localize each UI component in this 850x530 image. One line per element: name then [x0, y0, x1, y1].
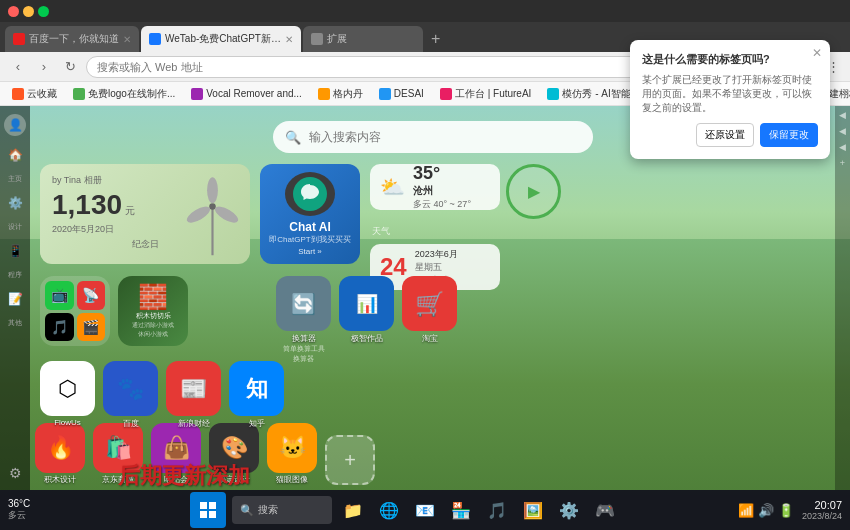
sidebar-label-other: 其他 — [8, 318, 22, 328]
taskbar-photos[interactable]: 🖼️ — [518, 495, 548, 525]
edge-btn-2[interactable]: ◀ — [839, 126, 846, 136]
browser-tab-1[interactable]: 百度一下，你就知道 ✕ — [5, 26, 139, 52]
baidu-app[interactable]: 🐾 百度 — [103, 361, 158, 429]
sidebar-settings[interactable]: ⚙ — [9, 464, 22, 482]
bookmark-favicon — [547, 88, 559, 100]
minecraft-title: 积木切切乐 — [133, 311, 174, 321]
promo-overlay: 后期更新深加 315999653 — [118, 461, 250, 490]
bookmark-label: DESAI — [394, 88, 424, 99]
new-tab-button[interactable]: + — [425, 26, 446, 52]
minimize-button[interactable] — [23, 6, 34, 17]
sidebar-item-other[interactable]: 📝 — [4, 288, 26, 310]
back-button[interactable]: ‹ — [8, 57, 28, 77]
tab-close-1[interactable]: ✕ — [123, 34, 131, 45]
search-icon: 🔍 — [285, 130, 301, 145]
bookmark-favicon — [318, 88, 330, 100]
edge-btn-3[interactable]: ◀ — [839, 142, 846, 152]
minecraft-card-wrapper[interactable]: 🧱 积木切切乐 通过消除小游戏 休闲小游戏 — [118, 276, 188, 364]
browser-tab-3[interactable]: 扩展 — [303, 26, 423, 52]
app-group-iqiyi[interactable]: 📺 📡 🎵 🎬 — [40, 276, 110, 364]
bookmark-vocal[interactable]: Vocal Remover and... — [187, 86, 306, 102]
taskbar-search-bar[interactable]: 🔍 搜索 — [232, 496, 332, 524]
chatgpt-subtitle: 即ChatGPT到我买买买 — [269, 234, 350, 245]
search-input[interactable] — [309, 130, 581, 144]
minecraft-card: 🧱 积木切切乐 通过消除小游戏 休闲小游戏 — [118, 276, 188, 346]
edge-btn-1[interactable]: ◀ — [839, 110, 846, 120]
bookmark-geineidan[interactable]: 格内丹 — [314, 85, 367, 103]
sidebar-avatar[interactable]: 👤 — [4, 114, 26, 136]
maximize-button[interactable] — [38, 6, 49, 17]
sidebar-label-home: 主页 — [8, 174, 22, 184]
metadots-icon: 📊 — [339, 276, 394, 331]
switcher-sublabel: 简单换算工具 — [276, 344, 331, 354]
bookmark-label: 免费logo在线制作... — [88, 87, 175, 101]
start-button[interactable] — [190, 492, 226, 528]
taskbar-game[interactable]: 🎮 — [590, 495, 620, 525]
taskbar-search-text: 搜索 — [258, 503, 278, 517]
taskbar-store[interactable]: 🏪 — [446, 495, 476, 525]
taskbar-settings-pin[interactable]: ⚙️ — [554, 495, 584, 525]
taskbar-mail[interactable]: 📧 — [410, 495, 440, 525]
search-wrapper[interactable]: 🔍 — [273, 121, 593, 153]
sidebar-item-apps[interactable]: 📱 — [4, 240, 26, 262]
taobao-app[interactable]: 🛒 淘宝 — [402, 276, 457, 364]
clock-date: 2023/8/24 — [802, 511, 842, 521]
taskbar-music[interactable]: 🎵 — [482, 495, 512, 525]
weather-widget[interactable]: ⛅ 35° 沧州 多云 40° ~ 27° — [370, 164, 500, 210]
taskbar-center: 🔍 搜索 📁 🌐 📧 🏪 🎵 🖼️ ⚙️ 🎮 — [120, 492, 690, 528]
taskbar-file-explorer[interactable]: 📁 — [338, 495, 368, 525]
taskbar-left: 36°C 多云 — [0, 498, 120, 522]
bookmark-futureai[interactable]: 工作台 | FutureAI — [436, 85, 536, 103]
browser-tab-2[interactable]: WeTab-免费ChatGPT新标签页... ✕ — [141, 26, 301, 52]
taskbar-weather-info: 36°C 多云 — [8, 498, 30, 522]
reload-button[interactable]: ↻ — [60, 57, 80, 77]
network-icon[interactable]: 📶 — [738, 503, 754, 518]
sidebar-label-apps: 程序 — [8, 270, 22, 280]
taskbar-clock[interactable]: 20:07 2023/8/24 — [802, 499, 842, 521]
tab-title-3: 扩展 — [327, 32, 347, 46]
close-button[interactable] — [8, 6, 19, 17]
chatgpt-icon — [285, 172, 335, 216]
bookmark-desai[interactable]: DESAI — [375, 86, 428, 102]
news-icon: 📰 — [166, 361, 221, 416]
sidebar-item-design[interactable]: ⚙️ — [4, 192, 26, 214]
flowus-icon: ⬡ — [40, 361, 95, 416]
notification-close[interactable]: ✕ — [812, 46, 822, 60]
switcher-app[interactable]: 🔄 换算器 简单换算工具 换算器 — [276, 276, 331, 364]
minecraft-icon: 🧱 — [138, 283, 168, 311]
memory-widget[interactable]: by Tina 相册 1,130 元 2020年5月20日 纪念日 — [40, 164, 250, 264]
svg-rect-8 — [200, 511, 207, 518]
bookmark-logo[interactable]: 免费logo在线制作... — [69, 85, 179, 103]
metadots-app[interactable]: 📊 极智作品 — [339, 276, 394, 364]
bookmark-label: Vocal Remover and... — [206, 88, 302, 99]
zhihu-app[interactable]: 知 知乎 — [229, 361, 284, 429]
volume-icon[interactable]: 🔊 — [758, 503, 774, 518]
main-content: 🔍 by Tina 相册 1,130 元 2020年5月20日 — [30, 106, 835, 490]
weather-temp: 35° — [413, 163, 490, 184]
keep-button[interactable]: 保留更改 — [760, 123, 818, 147]
forward-button[interactable]: › — [34, 57, 54, 77]
flowus-label: FlowUs — [40, 418, 95, 427]
sidebar-item-home[interactable]: 🏠 — [4, 144, 26, 166]
flowus-app[interactable]: ⬡ FlowUs — [40, 361, 95, 429]
news-app[interactable]: 📰 新浪财经 — [166, 361, 221, 429]
tab-title-1: 百度一下，你就知道 — [29, 32, 119, 46]
taskbar-temp: 36°C — [8, 498, 30, 509]
apps-grid: 📺 📡 🎵 🎬 🧱 积木切切乐 通过消除小游戏 休闲小游戏 后期更新深加 315… — [40, 276, 830, 364]
bookmark-favicon — [191, 88, 203, 100]
memory-number: 1,130 — [52, 189, 122, 221]
news-label: 新浪财经 — [166, 418, 221, 429]
tv-icon: 📡 — [77, 281, 106, 310]
tab-close-2[interactable]: ✕ — [285, 34, 293, 45]
restore-button[interactable]: 还原设置 — [696, 123, 754, 147]
edge-btn-4[interactable]: + — [840, 158, 845, 168]
calendar-weekday: 星期五 — [415, 261, 490, 274]
calendar-year: 2023年6月 — [415, 248, 490, 261]
chatgpt-widget[interactable]: Chat AI 即ChatGPT到我买买买 Start » — [260, 164, 360, 264]
circle-widget[interactable]: ▶ — [506, 164, 561, 219]
battery-icon[interactable]: 🔋 — [778, 503, 794, 518]
taskbar-edge[interactable]: 🌐 — [374, 495, 404, 525]
bookmark-yunshoucang[interactable]: 云收藏 — [8, 85, 61, 103]
memory-image — [180, 174, 245, 244]
iqiyi-icon: 📺 — [45, 281, 74, 310]
